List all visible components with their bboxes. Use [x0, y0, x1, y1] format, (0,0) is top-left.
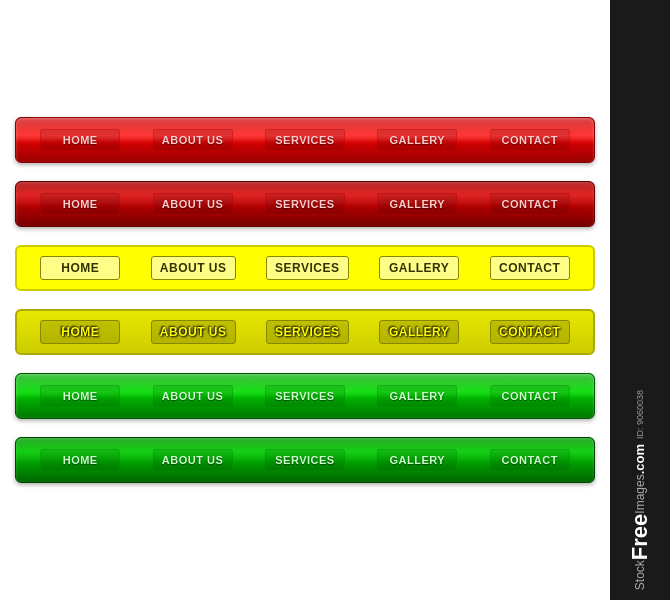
- nav-item-services-5[interactable]: SERVICES: [265, 449, 345, 471]
- image-id: ID: 9060038: [635, 390, 645, 439]
- nav-item-contact-0[interactable]: CONTACT: [490, 129, 570, 151]
- side-panel: ID: 9060038 StockFreeImages.com: [610, 0, 670, 600]
- nav-item-gallery-4[interactable]: GALLERY: [377, 385, 457, 407]
- nav-item-about-us-2[interactable]: ABOUT US: [151, 256, 236, 280]
- nav-item-services-4[interactable]: SERVICES: [265, 385, 345, 407]
- nav-item-home-3[interactable]: HOME: [40, 320, 120, 344]
- nav-item-home-5[interactable]: HOME: [40, 449, 120, 471]
- nav-item-services-2[interactable]: SERVICES: [266, 256, 348, 280]
- nav-item-about-us-5[interactable]: ABOUT US: [153, 449, 233, 471]
- nav-item-gallery-5[interactable]: GALLERY: [377, 449, 457, 471]
- nav-yellow-1[interactable]: HOMEABOUT USSERVICESGALLERYCONTACT: [15, 245, 595, 291]
- nav-red-1[interactable]: HOMEABOUT USSERVICESGALLERYCONTACT: [15, 117, 595, 163]
- nav-item-gallery-3[interactable]: GALLERY: [379, 320, 459, 344]
- nav-item-about-us-1[interactable]: ABOUT US: [153, 193, 233, 215]
- nav-item-services-0[interactable]: SERVICES: [265, 129, 345, 151]
- nav-green-1[interactable]: HOMEABOUT USSERVICESGALLERYCONTACT: [15, 373, 595, 419]
- nav-item-gallery-1[interactable]: GALLERY: [377, 193, 457, 215]
- nav-item-services-1[interactable]: SERVICES: [265, 193, 345, 215]
- nav-item-gallery-2[interactable]: GALLERY: [379, 256, 459, 280]
- nav-item-services-3[interactable]: SERVICES: [266, 320, 348, 344]
- nav-item-home-4[interactable]: HOME: [40, 385, 120, 407]
- nav-item-about-us-0[interactable]: ABOUT US: [153, 129, 233, 151]
- nav-item-about-us-4[interactable]: ABOUT US: [153, 385, 233, 407]
- nav-item-contact-3[interactable]: CONTACT: [490, 320, 570, 344]
- nav-item-contact-4[interactable]: CONTACT: [490, 385, 570, 407]
- nav-item-home-1[interactable]: HOME: [40, 193, 120, 215]
- nav-item-home-0[interactable]: HOME: [40, 129, 120, 151]
- nav-item-contact-5[interactable]: CONTACT: [490, 449, 570, 471]
- nav-item-contact-1[interactable]: CONTACT: [490, 193, 570, 215]
- nav-green-2[interactable]: HOMEABOUT USSERVICESGALLERYCONTACT: [15, 437, 595, 483]
- nav-item-contact-2[interactable]: CONTACT: [490, 256, 570, 280]
- nav-item-gallery-0[interactable]: GALLERY: [377, 129, 457, 151]
- nav-yellow-2[interactable]: HOMEABOUT USSERVICESGALLERYCONTACT: [15, 309, 595, 355]
- nav-red-2[interactable]: HOMEABOUT USSERVICESGALLERYCONTACT: [15, 181, 595, 227]
- main-content: HOMEABOUT USSERVICESGALLERYCONTACTHOMEAB…: [0, 0, 610, 600]
- nav-item-about-us-3[interactable]: ABOUT US: [151, 320, 236, 344]
- nav-item-home-2[interactable]: HOME: [40, 256, 120, 280]
- brand-text: StockFreeImages.com: [627, 444, 653, 590]
